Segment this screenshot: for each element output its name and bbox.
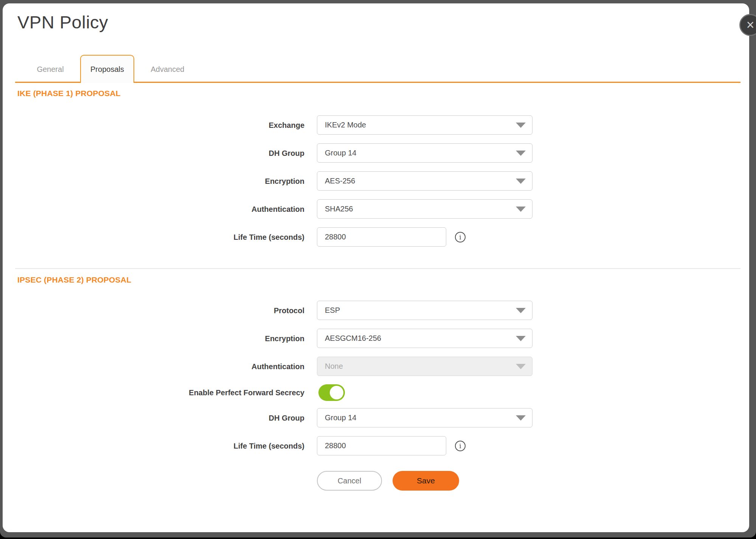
info-icon[interactable]: i (455, 441, 466, 451)
dropdown-arrow-icon (516, 336, 526, 341)
authentication-value-phase1: SHA256 (325, 205, 353, 213)
row-dh-group-phase2: DH Group Group 14 (3, 408, 749, 428)
exchange-dropdown[interactable]: IKEv2 Mode (317, 115, 532, 135)
save-button[interactable]: Save (393, 471, 459, 491)
section-heading-ike-phase1: IKE (PHASE 1) PROPOSAL (17, 89, 121, 98)
section-heading-ipsec-phase2: IPSEC (PHASE 2) PROPOSAL (17, 275, 131, 284)
protocol-label: Protocol (3, 301, 304, 320)
life-time-input-phase2[interactable] (317, 436, 446, 455)
footer-actions: Cancel Save (3, 471, 749, 491)
close-icon: × (746, 18, 754, 32)
row-encryption-phase1: Encryption AES-256 (3, 171, 749, 191)
encryption-value-phase2: AESGCM16-256 (325, 334, 381, 343)
authentication-label-phase2: Authentication (3, 357, 304, 376)
life-time-input-phase1[interactable] (317, 227, 446, 247)
row-encryption-phase2: Encryption AESGCM16-256 (3, 329, 749, 348)
row-dh-group-phase1: DH Group Group 14 (3, 143, 749, 163)
encryption-label-phase1: Encryption (3, 171, 304, 191)
dropdown-arrow-icon (516, 151, 526, 156)
tab-general[interactable]: General (25, 59, 75, 79)
dh-group-dropdown-phase2[interactable]: Group 14 (317, 408, 532, 427)
life-time-label-phase1: Life Time (seconds) (3, 227, 304, 247)
cancel-button[interactable]: Cancel (317, 471, 382, 491)
dh-group-value-phase2: Group 14 (325, 413, 356, 422)
vpn-policy-dialog: VPN Policy General Proposals Advanced IK… (3, 3, 749, 532)
authentication-label-phase1: Authentication (3, 199, 304, 219)
info-icon-glyph: i (459, 442, 461, 450)
dh-group-dropdown-phase1[interactable]: Group 14 (317, 143, 532, 163)
dropdown-arrow-icon (516, 179, 526, 184)
info-icon-glyph: i (459, 233, 461, 241)
encryption-value-phase1: AES-256 (325, 177, 355, 185)
row-pfs-toggle: Enable Perfect Forward Secrecy (3, 383, 749, 402)
tab-advanced[interactable]: Advanced (143, 59, 192, 79)
pfs-label: Enable Perfect Forward Secrecy (3, 383, 304, 402)
row-authentication-phase1: Authentication SHA256 (3, 199, 749, 219)
row-exchange: Exchange IKEv2 Mode (3, 115, 749, 135)
dialog-title: VPN Policy (17, 12, 108, 33)
authentication-dropdown-phase2-disabled: None (317, 357, 532, 376)
encryption-dropdown-phase2[interactable]: AESGCM16-256 (317, 329, 532, 348)
pfs-toggle[interactable] (318, 384, 345, 401)
exchange-label: Exchange (3, 115, 304, 135)
encryption-dropdown-phase1[interactable]: AES-256 (317, 171, 532, 191)
protocol-value: ESP (325, 306, 340, 315)
dropdown-arrow-icon (516, 364, 526, 369)
row-protocol: Protocol ESP (3, 301, 749, 320)
row-life-time-phase2: Life Time (seconds) i (3, 436, 749, 456)
encryption-label-phase2: Encryption (3, 329, 304, 348)
authentication-value-phase2: None (325, 362, 343, 371)
authentication-dropdown-phase1[interactable]: SHA256 (317, 199, 532, 219)
dropdown-arrow-icon (516, 415, 526, 421)
dropdown-arrow-icon (516, 308, 526, 313)
toggle-knob (330, 386, 343, 399)
dropdown-arrow-icon (516, 123, 526, 128)
row-authentication-phase2: Authentication None (3, 357, 749, 376)
dh-group-value-phase1: Group 14 (325, 149, 356, 157)
dh-group-label-phase1: DH Group (3, 143, 304, 163)
tab-proposals[interactable]: Proposals (80, 55, 134, 83)
exchange-value: IKEv2 Mode (325, 121, 366, 129)
dh-group-label-phase2: DH Group (3, 408, 304, 428)
row-life-time-phase1: Life Time (seconds) i (3, 227, 749, 247)
info-icon[interactable]: i (455, 232, 466, 242)
section-divider (15, 268, 740, 269)
dropdown-arrow-icon (516, 207, 526, 212)
protocol-dropdown[interactable]: ESP (317, 301, 532, 320)
life-time-label-phase2: Life Time (seconds) (3, 436, 304, 456)
